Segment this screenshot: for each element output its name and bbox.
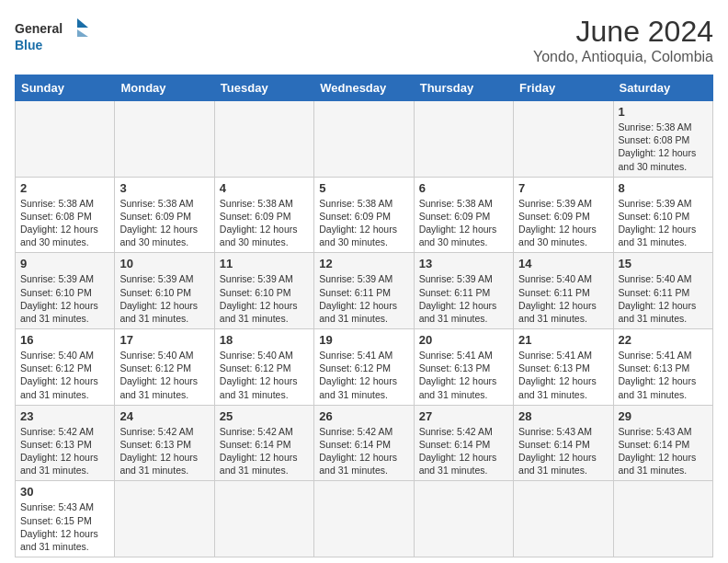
day-number: 13 [419,257,508,270]
generalblue-logo-icon: General Blue [15,15,88,55]
calendar-cell: 23Sunrise: 5:42 AM Sunset: 6:13 PM Dayli… [16,405,115,481]
calendar-cell: 20Sunrise: 5:41 AM Sunset: 6:13 PM Dayli… [414,329,513,406]
day-number: 6 [419,181,508,195]
header-tuesday: Tuesday [214,75,313,101]
calendar-cell: 21Sunrise: 5:41 AM Sunset: 6:13 PM Dayli… [514,329,613,406]
header-monday: Monday [115,75,214,101]
day-info: Sunrise: 5:43 AM Sunset: 6:15 PM Dayligh… [20,500,109,553]
header: General Blue June 2024 Yondo, Antioquia,… [15,15,713,65]
calendar-cell: 2Sunrise: 5:38 AM Sunset: 6:08 PM Daylig… [16,177,115,253]
day-info: Sunrise: 5:40 AM Sunset: 6:12 PM Dayligh… [220,349,309,401]
calendar-cell: 16Sunrise: 5:40 AM Sunset: 6:12 PM Dayli… [16,329,115,406]
calendar-cell: 15Sunrise: 5:40 AM Sunset: 6:11 PM Dayli… [613,253,712,329]
day-info: Sunrise: 5:42 AM Sunset: 6:13 PM Dayligh… [20,425,109,477]
day-number: 11 [220,257,309,270]
day-number: 29 [619,409,708,423]
calendar-cell [414,101,513,178]
calendar-cell: 7Sunrise: 5:39 AM Sunset: 6:09 PM Daylig… [514,177,613,253]
day-info: Sunrise: 5:43 AM Sunset: 6:14 PM Dayligh… [518,425,608,477]
calendar-cell: 18Sunrise: 5:40 AM Sunset: 6:12 PM Dayli… [214,329,313,406]
day-number: 23 [20,409,109,423]
calendar-cell [16,101,115,178]
calendar-cell [314,101,414,178]
logo: General Blue [15,15,88,55]
day-info: Sunrise: 5:38 AM Sunset: 6:08 PM Dayligh… [619,121,708,173]
day-number: 16 [20,333,109,347]
header-saturday: Saturday [613,75,712,101]
calendar-cell: 10Sunrise: 5:39 AM Sunset: 6:10 PM Dayli… [115,253,214,329]
day-info: Sunrise: 5:38 AM Sunset: 6:09 PM Dayligh… [319,197,408,249]
day-number: 20 [419,333,508,347]
day-number: 12 [319,257,408,270]
day-number: 1 [619,105,708,119]
day-info: Sunrise: 5:39 AM Sunset: 6:10 PM Dayligh… [220,272,309,325]
svg-marker-3 [77,29,88,37]
day-number: 14 [518,257,608,270]
calendar-cell [514,101,613,178]
calendar-cell: 1Sunrise: 5:38 AM Sunset: 6:08 PM Daylig… [613,101,712,178]
calendar-cell [613,481,712,557]
day-info: Sunrise: 5:39 AM Sunset: 6:09 PM Dayligh… [518,197,608,249]
calendar-cell: 22Sunrise: 5:41 AM Sunset: 6:13 PM Dayli… [613,329,712,406]
calendar-table: Sunday Monday Tuesday Wednesday Thursday… [15,75,713,557]
day-info: Sunrise: 5:39 AM Sunset: 6:11 PM Dayligh… [319,272,408,325]
day-info: Sunrise: 5:41 AM Sunset: 6:13 PM Dayligh… [518,349,608,401]
day-info: Sunrise: 5:38 AM Sunset: 6:09 PM Dayligh… [419,197,508,249]
day-number: 24 [119,409,209,423]
calendar-cell: 29Sunrise: 5:43 AM Sunset: 6:14 PM Dayli… [613,405,712,481]
day-info: Sunrise: 5:41 AM Sunset: 6:13 PM Dayligh… [619,349,708,401]
day-info: Sunrise: 5:42 AM Sunset: 6:14 PM Dayligh… [220,425,309,477]
calendar-cell: 30Sunrise: 5:43 AM Sunset: 6:15 PM Dayli… [16,481,115,557]
calendar-cell [414,481,513,557]
day-info: Sunrise: 5:40 AM Sunset: 6:12 PM Dayligh… [119,349,209,401]
day-info: Sunrise: 5:38 AM Sunset: 6:08 PM Dayligh… [20,197,109,249]
calendar-cell: 26Sunrise: 5:42 AM Sunset: 6:14 PM Dayli… [314,405,414,481]
day-info: Sunrise: 5:40 AM Sunset: 6:11 PM Dayligh… [518,272,608,325]
day-info: Sunrise: 5:39 AM Sunset: 6:10 PM Dayligh… [20,272,109,325]
day-number: 7 [518,181,608,195]
day-number: 26 [319,409,408,423]
calendar-cell: 14Sunrise: 5:40 AM Sunset: 6:11 PM Dayli… [514,253,613,329]
calendar-cell: 12Sunrise: 5:39 AM Sunset: 6:11 PM Dayli… [314,253,414,329]
calendar-cell [314,481,414,557]
day-info: Sunrise: 5:42 AM Sunset: 6:13 PM Dayligh… [119,425,209,477]
day-number: 5 [319,181,408,195]
calendar-cell: 9Sunrise: 5:39 AM Sunset: 6:10 PM Daylig… [16,253,115,329]
day-number: 21 [518,333,608,347]
day-info: Sunrise: 5:39 AM Sunset: 6:10 PM Dayligh… [119,272,209,325]
calendar-cell: 19Sunrise: 5:41 AM Sunset: 6:12 PM Dayli… [314,329,414,406]
day-number: 10 [119,257,209,270]
day-number: 4 [220,181,309,195]
day-info: Sunrise: 5:42 AM Sunset: 6:14 PM Dayligh… [319,425,408,477]
calendar-cell: 8Sunrise: 5:39 AM Sunset: 6:10 PM Daylig… [613,177,712,253]
calendar-title: June 2024 [533,15,713,49]
calendar-week-3: 9Sunrise: 5:39 AM Sunset: 6:10 PM Daylig… [16,253,713,329]
calendar-week-1: 1Sunrise: 5:38 AM Sunset: 6:08 PM Daylig… [16,101,713,178]
calendar-cell: 5Sunrise: 5:38 AM Sunset: 6:09 PM Daylig… [314,177,414,253]
day-info: Sunrise: 5:40 AM Sunset: 6:12 PM Dayligh… [20,349,109,401]
calendar-cell: 27Sunrise: 5:42 AM Sunset: 6:14 PM Dayli… [414,405,513,481]
calendar-cell: 11Sunrise: 5:39 AM Sunset: 6:10 PM Dayli… [214,253,313,329]
day-info: Sunrise: 5:38 AM Sunset: 6:09 PM Dayligh… [220,197,309,249]
calendar-cell: 13Sunrise: 5:39 AM Sunset: 6:11 PM Dayli… [414,253,513,329]
day-number: 30 [20,485,109,499]
day-info: Sunrise: 5:41 AM Sunset: 6:12 PM Dayligh… [319,349,408,401]
calendar-cell [214,481,313,557]
title-area: June 2024 Yondo, Antioquia, Colombia [533,15,713,65]
day-number: 2 [20,181,109,195]
calendar-week-2: 2Sunrise: 5:38 AM Sunset: 6:08 PM Daylig… [16,177,713,253]
day-number: 3 [119,181,209,195]
calendar-week-5: 23Sunrise: 5:42 AM Sunset: 6:13 PM Dayli… [16,405,713,481]
calendar-cell [115,101,214,178]
day-number: 15 [619,257,708,270]
calendar-cell: 6Sunrise: 5:38 AM Sunset: 6:09 PM Daylig… [414,177,513,253]
calendar-cell [115,481,214,557]
calendar-cell: 24Sunrise: 5:42 AM Sunset: 6:13 PM Dayli… [115,405,214,481]
header-wednesday: Wednesday [314,75,414,101]
day-number: 9 [20,257,109,270]
svg-text:Blue: Blue [15,38,43,52]
svg-marker-2 [77,18,88,28]
calendar-cell [514,481,613,557]
calendar-cell: 17Sunrise: 5:40 AM Sunset: 6:12 PM Dayli… [115,329,214,406]
day-info: Sunrise: 5:42 AM Sunset: 6:14 PM Dayligh… [419,425,508,477]
